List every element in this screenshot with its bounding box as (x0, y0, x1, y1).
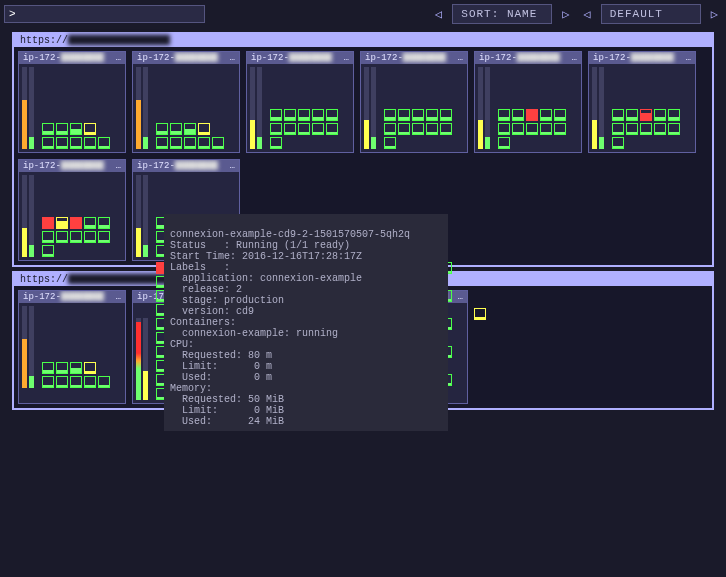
pod[interactable] (626, 109, 638, 121)
pod[interactable] (412, 123, 424, 135)
pod[interactable] (398, 123, 410, 135)
pod[interactable] (56, 231, 68, 243)
pod[interactable] (298, 109, 310, 121)
pod[interactable] (640, 123, 652, 135)
pod[interactable] (84, 376, 96, 388)
sort-prev-icon[interactable]: ◁ (431, 7, 446, 22)
pod[interactable] (498, 123, 510, 135)
pod[interactable] (42, 137, 54, 149)
pod[interactable] (326, 109, 338, 121)
sort-selector[interactable]: SORT: NAME (452, 4, 552, 24)
pod[interactable] (70, 362, 82, 374)
pod[interactable] (298, 123, 310, 135)
pod[interactable] (612, 123, 624, 135)
pod[interactable] (654, 123, 666, 135)
pod[interactable] (42, 231, 54, 243)
pod[interactable] (312, 123, 324, 135)
view-selector[interactable]: DEFAULT (601, 4, 701, 24)
pod[interactable] (42, 245, 54, 257)
view-next-icon[interactable]: ▷ (707, 7, 722, 22)
pod[interactable] (198, 123, 210, 135)
pod[interactable] (212, 137, 224, 149)
pod[interactable] (474, 308, 486, 320)
pod[interactable] (56, 137, 68, 149)
pod[interactable] (42, 123, 54, 135)
pod[interactable] (98, 376, 110, 388)
pod[interactable] (270, 123, 282, 135)
pod[interactable] (284, 109, 296, 121)
pod[interactable] (184, 123, 196, 135)
node[interactable]: ip-172-████████ … (360, 51, 468, 153)
pod[interactable] (668, 123, 680, 135)
pod[interactable] (42, 362, 54, 374)
pod[interactable] (612, 109, 624, 121)
pod[interactable] (56, 123, 68, 135)
pod[interactable] (170, 123, 182, 135)
pod[interactable] (184, 137, 196, 149)
sort-next-icon[interactable]: ▷ (558, 7, 573, 22)
pod[interactable] (540, 123, 552, 135)
pod[interactable] (84, 231, 96, 243)
pod[interactable] (668, 109, 680, 121)
pod[interactable] (654, 109, 666, 121)
pod[interactable] (98, 217, 110, 229)
pod[interactable] (498, 137, 510, 149)
pod[interactable] (70, 217, 82, 229)
pod[interactable] (56, 362, 68, 374)
pod[interactable] (56, 217, 68, 229)
pod[interactable] (98, 137, 110, 149)
pod[interactable] (42, 376, 54, 388)
pod[interactable] (384, 123, 396, 135)
pod[interactable] (398, 109, 410, 121)
pod[interactable] (426, 109, 438, 121)
pod[interactable] (512, 109, 524, 121)
pod[interactable] (626, 123, 638, 135)
pod[interactable] (70, 123, 82, 135)
pod[interactable] (156, 137, 168, 149)
pod[interactable] (554, 123, 566, 135)
view-prev-icon[interactable]: ◁ (580, 7, 595, 22)
pod[interactable] (270, 109, 282, 121)
pod[interactable] (70, 137, 82, 149)
node[interactable]: ip-172-████████ … (18, 290, 126, 404)
node[interactable]: ip-172-████████ … (18, 51, 126, 153)
search-input-wrap[interactable]: > (4, 5, 205, 23)
pod[interactable] (284, 123, 296, 135)
pod[interactable] (440, 109, 452, 121)
pod[interactable] (70, 376, 82, 388)
pod[interactable] (512, 123, 524, 135)
pod[interactable] (198, 137, 210, 149)
pod[interactable] (312, 109, 324, 121)
pod[interactable] (412, 109, 424, 121)
pod[interactable] (326, 123, 338, 135)
pod[interactable] (554, 109, 566, 121)
pod[interactable] (84, 217, 96, 229)
pod[interactable] (84, 362, 96, 374)
pod[interactable] (270, 137, 282, 149)
cluster-url[interactable]: https://█████████████████ (14, 34, 712, 47)
pod[interactable] (84, 123, 96, 135)
pod[interactable] (384, 109, 396, 121)
pod[interactable] (540, 109, 552, 121)
pod[interactable] (84, 137, 96, 149)
node[interactable]: ip-172-████████ … (246, 51, 354, 153)
pod[interactable] (42, 217, 54, 229)
pod[interactable] (440, 123, 452, 135)
pod[interactable] (56, 376, 68, 388)
node[interactable]: ip-172-████████ … (588, 51, 696, 153)
node[interactable]: ip-172-████████ … (132, 51, 240, 153)
pod[interactable] (170, 137, 182, 149)
pod[interactable] (156, 123, 168, 135)
pod[interactable] (526, 109, 538, 121)
pod[interactable] (640, 109, 652, 121)
pod[interactable] (384, 137, 396, 149)
search-input[interactable] (20, 8, 200, 20)
node[interactable]: ip-172-████████ … (474, 51, 582, 153)
pod[interactable] (526, 123, 538, 135)
pod[interactable] (426, 123, 438, 135)
pod[interactable] (498, 109, 510, 121)
node[interactable]: ip-172-████████ … (18, 159, 126, 261)
pod[interactable] (612, 137, 624, 149)
pod[interactable] (98, 231, 110, 243)
pod[interactable] (70, 231, 82, 243)
